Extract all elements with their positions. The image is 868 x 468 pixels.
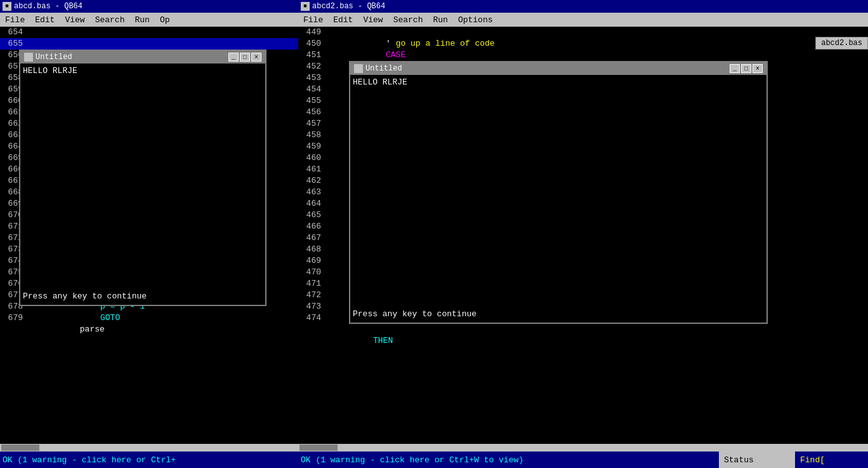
- menu-file-1[interactable]: File: [0, 14, 30, 26]
- line-number: 454: [298, 84, 324, 95]
- line-number: 468: [298, 244, 324, 255]
- window-title-1: abcd.bas - QB64: [14, 2, 296, 11]
- dialog-close-2[interactable]: ×: [753, 64, 763, 73]
- dialog-maximize-1[interactable]: □: [240, 53, 250, 62]
- line-number: 471: [298, 278, 324, 290]
- line-number: 458: [298, 130, 324, 141]
- window-title-2: abcd2.bas - QB64: [312, 2, 865, 11]
- status-text-1: OK (1 warning - click here or Ctrl+: [3, 455, 176, 465]
- status-area-2: OK (1 warning - click here or Ctrl+W to …: [298, 451, 868, 468]
- menu-run-1[interactable]: Run: [129, 14, 154, 26]
- dialog-line-1-2: HELLO RLRJE: [353, 77, 764, 87]
- dialog-controls-2: _ □ ×: [730, 64, 763, 73]
- menu-bar-1: File Edit View Search Run Op: [0, 13, 298, 27]
- status-bar-2[interactable]: OK (1 warning - click here or Ctrl+W to …: [298, 451, 719, 468]
- line-number: 466: [298, 221, 324, 232]
- line-number: 474: [298, 312, 324, 324]
- window1: ■ abcd.bas - QB64 File Edit View Search …: [0, 0, 298, 468]
- scrollbar-thumb-1[interactable]: [1, 445, 39, 451]
- line-number: 449: [298, 27, 324, 38]
- line-number: 470: [298, 267, 324, 278]
- line-number: 467: [298, 232, 324, 244]
- status-label-area: Status: [719, 451, 795, 468]
- line-number: 460: [298, 152, 324, 164]
- menu-view-1[interactable]: View: [60, 14, 89, 26]
- status-bar-1[interactable]: OK (1 warning - click here or Ctrl+: [0, 451, 298, 468]
- menu-options-2[interactable]: Options: [453, 14, 498, 26]
- table-row: 449 ' go up a line of code: [298, 27, 868, 38]
- dialog-title-text-2: Untitled: [365, 64, 402, 73]
- menu-bar-2: File Edit View Search Run Options: [298, 13, 868, 27]
- line-number: 679: [0, 312, 25, 324]
- window-icon-2: ■: [301, 2, 310, 11]
- find-input[interactable]: [825, 455, 863, 465]
- menu-file-2[interactable]: File: [298, 14, 328, 26]
- status-text-2: OK (1 warning - click here or Ctrl+W to …: [301, 455, 523, 465]
- editor-area-1: 654 655 CASE "i" Untitled: [0, 27, 298, 444]
- window-tab-label[interactable]: abcd2.bas: [815, 37, 868, 50]
- dialog-controls-1: _ □ ×: [228, 53, 261, 62]
- line-number: 461: [298, 164, 324, 175]
- menu-edit-1[interactable]: Edit: [30, 14, 60, 26]
- window-icon-1: ■: [3, 2, 11, 11]
- line-number: 473: [298, 301, 324, 312]
- line-number: 453: [298, 72, 324, 84]
- menu-op-1[interactable]: Op: [155, 14, 175, 26]
- line-number: 465: [298, 210, 324, 221]
- dialog-title-2: Untitled _ □ ×: [350, 62, 766, 75]
- editor-area-2: 449 ' go up a line of code 450 CASE "j" …: [298, 27, 868, 444]
- menu-run-2[interactable]: Run: [428, 14, 452, 26]
- dialog-maximize-2[interactable]: □: [741, 64, 751, 73]
- title-bar-1: ■ abcd.bas - QB64: [0, 0, 298, 13]
- line-number: 462: [298, 175, 324, 187]
- menu-view-2[interactable]: View: [358, 14, 388, 26]
- line-number: 455: [298, 95, 324, 107]
- window2: abcd2.bas ■ abcd2.bas - QB64 File Edit V…: [298, 0, 868, 468]
- find-bar[interactable]: Find[: [795, 451, 868, 468]
- output-dialog-2: Untitled _ □ × HELLO RLRJE Press any key…: [349, 61, 768, 324]
- dialog-content-2: HELLO RLRJE Press any key to continue: [350, 75, 766, 323]
- table-row: 655 CASE "i": [0, 38, 298, 50]
- scrollbar-h-2[interactable]: [298, 444, 868, 451]
- dialog-title-1: Untitled _ □ ×: [20, 51, 265, 64]
- status-label: Status: [724, 455, 754, 465]
- line-number: 450: [298, 38, 324, 50]
- menu-search-2[interactable]: Search: [388, 14, 428, 26]
- code-content-1: 654 655 CASE "i" Untitled: [0, 27, 298, 444]
- table-row: 654: [0, 27, 298, 38]
- line-content: CASE "i": [25, 38, 107, 50]
- code-content-2: 449 ' go up a line of code 450 CASE "j" …: [298, 27, 868, 444]
- line-number: 469: [298, 255, 324, 267]
- dialog-close-1[interactable]: ×: [251, 53, 261, 62]
- line-number: 472: [298, 290, 324, 301]
- title-bar-2: ■ abcd2.bas - QB64: [298, 0, 868, 13]
- line-number: 451: [298, 50, 324, 61]
- menu-search-1[interactable]: Search: [90, 14, 130, 26]
- line-number: 464: [298, 198, 324, 210]
- line-number: 654: [0, 27, 25, 38]
- dialog-line-1: HELLO RLRJE: [23, 66, 263, 76]
- dialog-title-text-1: Untitled: [36, 53, 72, 62]
- line-content: ' go up a line of code: [324, 27, 495, 38]
- scrollbar-thumb-2[interactable]: [299, 445, 338, 451]
- line-number: 655: [0, 38, 25, 50]
- line-number: 456: [298, 107, 324, 118]
- line-number: 457: [298, 118, 324, 130]
- dialog-minimize-1[interactable]: _: [228, 53, 239, 62]
- dialog-icon-2: [354, 64, 363, 73]
- dialog-icon-1: [24, 53, 33, 62]
- find-label: Find[: [800, 455, 825, 465]
- line-content: CASE "j": [324, 38, 405, 50]
- menu-edit-2[interactable]: Edit: [328, 14, 358, 26]
- scrollbar-h-1[interactable]: [0, 444, 298, 451]
- line-number: 452: [298, 61, 324, 72]
- dialog-content-1: HELLO RLRJE Press any key to continue: [20, 64, 265, 305]
- line-number: 463: [298, 187, 324, 198]
- table-row: 450 CASE "j": [298, 38, 868, 50]
- line-number: 459: [298, 141, 324, 152]
- dialog-line-2: Press any key to continue: [23, 291, 263, 301]
- output-dialog-1: Untitled _ □ × HELLO RLRJE Press any key…: [19, 50, 266, 306]
- dialog-line-2-2: Press any key to continue: [353, 309, 764, 319]
- dialog-minimize-2[interactable]: _: [730, 64, 740, 73]
